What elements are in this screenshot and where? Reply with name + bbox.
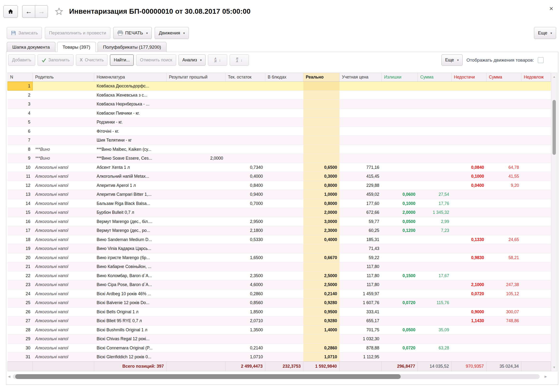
cell-short_sum[interactable] [486,353,522,361]
table-row[interactable]: 19Алкогольні напоїВино Vinia Кадарка Цар… [8,244,551,253]
cell-short[interactable]: 0,0720 [452,289,486,298]
cell-name[interactable]: Вино Коломбар, Baron d`А... [94,271,167,280]
save-button[interactable]: Записать [7,27,42,39]
cell-real[interactable]: 2,5000 [303,280,339,289]
cell-real[interactable] [303,154,339,163]
table-row[interactable]: 4Ковбаски Пивчики - кг. [8,109,551,118]
cell-short[interactable]: 1,1430 [452,316,486,325]
cell-real[interactable]: 0,8000 [303,199,339,208]
cell-short_sum[interactable]: 300,07 [486,308,522,316]
cell-dish[interactable] [265,208,303,217]
cell-cur[interactable] [225,127,265,136]
cell-short_sum[interactable] [486,298,522,307]
cell-real[interactable] [303,334,339,343]
cell-n[interactable]: 21 [8,262,33,271]
table-row[interactable]: 16Алкогольні напоїВермут Marengo (дес., … [8,217,551,226]
cell-price[interactable] [339,91,382,100]
cell-price[interactable]: 71,43 [339,244,382,253]
cell-parent[interactable]: Алкогольні напої [33,298,94,307]
cell-n[interactable]: 6 [8,127,33,136]
cell-cur[interactable]: 0,8400 [225,181,265,190]
cell-prev[interactable] [167,145,225,154]
cell-real[interactable]: 0,2860 [303,344,339,353]
cell-sur[interactable] [382,316,418,325]
cell-real[interactable]: 0,9280 [303,298,339,307]
cell-prev[interactable] [167,208,225,217]
cell-und[interactable] [522,199,551,208]
cell-n[interactable]: 29 [8,334,33,343]
column-header-dish[interactable]: В блюдах [265,73,303,81]
cell-sur[interactable] [382,235,418,244]
cell-dish[interactable] [265,181,303,190]
cell-short[interactable] [452,262,486,271]
table-row[interactable]: 5Родзинки - кг. [8,118,551,127]
cell-n[interactable]: 14 [8,199,33,208]
cell-sur[interactable] [382,181,418,190]
table-row[interactable]: 23Алкогольні напоїВино Cipa Pose, Baron … [8,280,551,289]
cell-short[interactable]: 0,1330 [452,235,486,244]
cell-prev[interactable] [167,262,225,271]
cell-cur[interactable] [225,145,265,154]
cell-cur[interactable]: 0,2140 [225,344,265,353]
clear-button[interactable]: X Очистить [76,55,107,66]
cell-parent[interactable] [33,100,94,109]
cell-sur[interactable] [382,82,418,91]
cell-name[interactable]: Віскі Bushmills Original 1 л [94,326,167,334]
cell-dish[interactable] [265,316,303,325]
column-header-real[interactable]: Реально [303,73,339,81]
cell-dish[interactable] [265,298,303,307]
cell-prev[interactable] [167,91,225,100]
cell-sur_sum[interactable]: 7,23 [418,226,452,235]
cell-und[interactable] [522,271,551,280]
cell-name[interactable]: Родзинки - кг. [94,118,167,127]
cell-cur[interactable] [225,208,265,217]
column-header-prev[interactable]: Результат прошлый [167,73,225,81]
cell-prev[interactable] [167,217,225,226]
table-row[interactable]: 27Алкогольні напоїВіскі Blleit 95 RYE 0,… [8,316,551,326]
close-icon[interactable]: × [549,5,553,12]
cell-n[interactable]: 28 [8,326,33,334]
column-header-parent[interactable]: Родитель [33,73,94,81]
cell-short_sum[interactable] [486,118,522,127]
cell-cur[interactable] [225,109,265,118]
cell-price[interactable] [339,109,382,118]
cell-short_sum[interactable] [486,100,522,109]
cell-short_sum[interactable]: 58,21 [486,253,522,262]
cell-parent[interactable] [33,136,94,145]
cell-name[interactable]: Аперитив Aperol 1 л [94,181,167,190]
cell-dish[interactable] [265,82,303,91]
cell-short_sum[interactable]: 105,12 [486,289,522,298]
cell-parent[interactable]: Алкогольні напої [33,308,94,316]
table-row[interactable]: 6Фіточіні - кг. [8,127,551,136]
cell-prev[interactable] [167,226,225,235]
cell-prev[interactable] [167,326,225,334]
cell-parent[interactable]: ***Вино [33,145,94,154]
cell-und[interactable] [522,226,551,235]
cell-n[interactable]: 19 [8,244,33,253]
cell-name[interactable]: Вино ігристе Marengo (бр... [94,253,167,262]
table-row[interactable]: 31Алкогольні напоїВіскі Glenfiddich 12 р… [8,353,551,362]
cell-short[interactable] [452,100,486,109]
cell-n[interactable]: 1 [8,82,33,91]
cell-und[interactable] [522,253,551,262]
cell-short_sum[interactable] [486,326,522,334]
cell-n[interactable]: 5 [8,118,33,127]
cell-real[interactable]: 0,4000 [303,235,339,244]
forward-button[interactable]: → [35,5,48,18]
cell-sur_sum[interactable] [418,289,452,298]
cell-short_sum[interactable]: 24,65 [486,235,522,244]
cell-name[interactable]: Віскі Connemara Original (P... [94,344,167,353]
cell-dish[interactable] [265,172,303,181]
cell-und[interactable] [522,353,551,361]
table-row[interactable]: 24Алкогольні напоїВіскі Ardbeg 10 років … [8,289,551,299]
cell-dish[interactable] [265,109,303,118]
cell-cur[interactable]: 0,5330 [225,235,265,244]
cell-name[interactable]: Віскі Ardbeg 10 років 46% ... [94,289,167,298]
cell-name[interactable]: Віскі Blleit 95 RYE 0,7 л [94,316,167,325]
cell-sur_sum[interactable] [418,127,452,136]
cell-cur[interactable]: 0,4000 [225,172,265,181]
cell-real[interactable]: 3,0000 [303,217,339,226]
cell-name[interactable]: Ковбаска Женевська з с... [94,91,167,100]
cell-und[interactable] [522,344,551,353]
cell-short[interactable] [452,127,486,136]
